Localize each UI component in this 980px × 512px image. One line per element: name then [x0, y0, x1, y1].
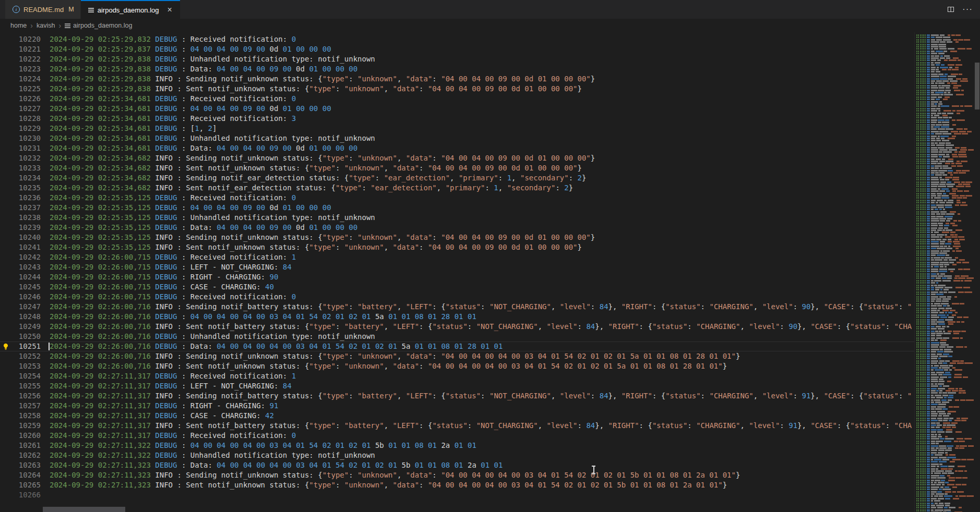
log-line[interactable]: 102452024-09-29 02:26:00,715 DEBUG : CAS… — [0, 282, 914, 292]
line-number[interactable]: 10229 — [0, 124, 41, 133]
breadcrumb-home[interactable]: home — [10, 22, 27, 29]
horizontal-scrollbar-thumb[interactable] — [43, 507, 125, 512]
log-line-text[interactable]: 2024-09-29 02:26:00,716 DEBUG : Unhandle… — [41, 332, 375, 342]
log-line-text[interactable]: 2024-09-29 02:27:11,322 DEBUG : Unhandle… — [41, 450, 375, 460]
line-number[interactable]: 10262 — [0, 450, 41, 460]
vertical-scrollbar[interactable] — [974, 32, 980, 512]
log-line-text[interactable]: 2024-09-29 02:27:11,322 DEBUG : 04 00 04… — [41, 441, 476, 450]
log-line[interactable]: 102572024-09-29 02:27:11,317 DEBUG : RIG… — [0, 401, 914, 411]
log-line[interactable]: 102252024-09-29 02:25:29,838 INFO : Sent… — [0, 84, 914, 94]
breadcrumb-kavish[interactable]: kavish — [37, 22, 55, 29]
line-number[interactable]: 10259 — [0, 421, 41, 431]
line-number[interactable]: 10246 — [0, 292, 41, 302]
line-number[interactable]: 10235 — [0, 183, 41, 193]
line-number[interactable]: 10233 — [0, 163, 41, 173]
log-line-text[interactable]: 2024-09-29 02:27:11,317 INFO : Sending n… — [41, 391, 912, 401]
log-line[interactable]: 102262024-09-29 02:25:34,681 DEBUG : Rec… — [0, 94, 914, 104]
log-line-text[interactable]: 2024-09-29 02:27:11,317 DEBUG : RIGHT - … — [41, 401, 278, 411]
log-line[interactable]: 102202024-09-29 02:25:29,832 DEBUG : Rec… — [0, 34, 914, 44]
line-number[interactable]: 10257 — [0, 401, 41, 411]
log-line[interactable]: 102242024-09-29 02:25:29,838 INFO : Send… — [0, 74, 914, 84]
line-number[interactable]: 10222 — [0, 54, 41, 64]
log-line-text[interactable]: 2024-09-29 02:25:34,682 INFO : Sending n… — [41, 153, 595, 163]
log-line[interactable]: 102402024-09-29 02:25:35,125 INFO : Send… — [0, 233, 914, 242]
log-line-text[interactable]: 2024-09-29 02:25:35,125 DEBUG : Data: 04… — [41, 223, 357, 233]
log-line-text[interactable]: 2024-09-29 02:26:00,716 INFO : Sent noti… — [41, 322, 912, 332]
log-line[interactable]: 102472024-09-29 02:26:00,716 INFO : Send… — [0, 302, 914, 312]
line-number[interactable]: 10239 — [0, 223, 41, 233]
log-line[interactable]: 102332024-09-29 02:25:34,682 INFO : Sent… — [0, 163, 914, 173]
log-line-text[interactable]: 2024-09-29 02:25:29,832 DEBUG : Received… — [41, 34, 296, 44]
log-line[interactable]: 102352024-09-29 02:25:34,682 INFO : Sent… — [0, 183, 914, 193]
log-line-text[interactable]: 2024-09-29 02:25:35,125 DEBUG : 04 00 04… — [41, 203, 331, 213]
log-line-text[interactable]: 2024-09-29 02:25:34,682 INFO : Sent noti… — [41, 163, 582, 173]
line-number[interactable]: 10230 — [0, 133, 41, 143]
log-line-text[interactable]: 2024-09-29 02:25:29,837 DEBUG : 04 00 04… — [41, 44, 331, 54]
line-number[interactable]: 10251 — [0, 342, 41, 351]
log-line-text[interactable]: 2024-09-29 02:26:00,715 DEBUG : CASE - C… — [41, 282, 274, 292]
log-line[interactable]: 102512024-09-29 02:26:00,716 DEBUG : Dat… — [0, 342, 914, 351]
line-number[interactable]: 10221 — [0, 44, 41, 54]
line-number[interactable]: 10236 — [0, 193, 41, 203]
tab-readme[interactable]: i README.md M — [5, 0, 81, 19]
line-number[interactable]: 10260 — [0, 431, 41, 441]
log-line[interactable]: 102282024-09-29 02:25:34,681 DEBUG : Rec… — [0, 114, 914, 124]
log-line-text[interactable]: 2024-09-29 02:25:34,681 DEBUG : [1, 2] — [41, 124, 217, 133]
log-line[interactable]: 102272024-09-29 02:25:34,681 DEBUG : 04 … — [0, 104, 914, 114]
log-line-text[interactable]: 2024-09-29 02:27:11,323 INFO : Sent noti… — [41, 480, 727, 490]
log-line-text[interactable]: 2024-09-29 02:26:00,715 DEBUG : LEFT - N… — [41, 262, 292, 272]
vertical-scrollbar-thumb[interactable] — [975, 63, 979, 109]
log-line[interactable]: 102562024-09-29 02:27:11,317 INFO : Send… — [0, 391, 914, 401]
log-line-text[interactable]: 2024-09-29 02:26:00,715 DEBUG : Received… — [41, 252, 296, 262]
horizontal-scrollbar[interactable] — [0, 506, 914, 512]
line-number[interactable]: 10245 — [0, 282, 41, 292]
log-line-text[interactable]: 2024-09-29 02:25:34,682 INFO : Sent noti… — [41, 183, 573, 193]
log-line-text[interactable]: 2024-09-29 02:27:11,317 DEBUG : CASE - C… — [41, 411, 274, 421]
log-line[interactable]: 102552024-09-29 02:27:11,317 DEBUG : LEF… — [0, 381, 914, 391]
line-number[interactable]: 10250 — [0, 332, 41, 342]
line-number[interactable]: 10244 — [0, 272, 41, 282]
log-line[interactable]: 102462024-09-29 02:26:00,715 DEBUG : Rec… — [0, 292, 914, 302]
log-line[interactable]: 102492024-09-29 02:26:00,716 INFO : Sent… — [0, 322, 914, 332]
log-line-text[interactable]: 2024-09-29 02:25:34,681 DEBUG : Received… — [41, 94, 296, 104]
log-line-text[interactable]: 2024-09-29 02:27:11,317 DEBUG : Received… — [41, 371, 296, 381]
log-line-text[interactable]: 2024-09-29 02:26:00,715 DEBUG : Received… — [41, 292, 296, 302]
log-line[interactable]: 102322024-09-29 02:25:34,682 INFO : Send… — [0, 153, 914, 163]
line-number[interactable]: 10249 — [0, 322, 41, 332]
log-line[interactable]: 102212024-09-29 02:25:29,837 DEBUG : 04 … — [0, 44, 914, 54]
line-number[interactable]: 10240 — [0, 233, 41, 242]
log-line-text[interactable]: 2024-09-29 02:26:00,716 DEBUG : 04 00 04… — [41, 312, 476, 322]
line-number[interactable]: 10223 — [0, 64, 41, 74]
log-line-text[interactable]: 2024-09-29 02:25:34,682 INFO : Sending n… — [41, 173, 586, 183]
log-line-text[interactable]: 2024-09-29 02:25:34,681 DEBUG : 04 00 04… — [41, 104, 331, 114]
line-number[interactable]: 10231 — [0, 143, 41, 153]
log-line-text[interactable]: 2024-09-29 02:25:29,838 INFO : Sent noti… — [41, 84, 582, 94]
log-line-text[interactable]: 2024-09-29 02:25:34,681 DEBUG : Data: 04… — [41, 143, 357, 153]
log-line[interactable]: 102582024-09-29 02:27:11,317 DEBUG : CAS… — [0, 411, 914, 421]
log-line[interactable]: 102302024-09-29 02:25:34,681 DEBUG : Unh… — [0, 133, 914, 143]
log-line-text[interactable]: 2024-09-29 02:26:00,716 INFO : Sending n… — [41, 351, 740, 361]
more-actions-icon[interactable]: ··· — [962, 4, 973, 15]
log-line[interactable]: 102372024-09-29 02:25:35,125 DEBUG : 04 … — [0, 203, 914, 213]
log-line[interactable]: 102622024-09-29 02:27:11,322 DEBUG : Unh… — [0, 450, 914, 460]
line-number[interactable]: 10255 — [0, 381, 41, 391]
log-line-text[interactable]: 2024-09-29 02:25:35,125 INFO : Sent noti… — [41, 242, 582, 252]
log-line[interactable]: 102222024-09-29 02:25:29,838 DEBUG : Unh… — [0, 54, 914, 64]
line-number[interactable]: 10266 — [0, 490, 41, 500]
breadcrumb-file[interactable]: airpods_daemon.log — [65, 22, 132, 29]
log-line[interactable]: 102382024-09-29 02:25:35,125 DEBUG : Unh… — [0, 213, 914, 223]
log-line[interactable]: 102412024-09-29 02:25:35,125 INFO : Sent… — [0, 242, 914, 252]
lightbulb-icon[interactable] — [2, 343, 9, 350]
log-line[interactable]: 102632024-09-29 02:27:11,323 DEBUG : Dat… — [0, 460, 914, 470]
line-number[interactable]: 10224 — [0, 74, 41, 84]
line-number[interactable]: 10237 — [0, 203, 41, 213]
line-number[interactable]: 10220 — [0, 34, 41, 44]
line-number[interactable]: 10238 — [0, 213, 41, 223]
log-line[interactable]: 102642024-09-29 02:27:11,323 INFO : Send… — [0, 470, 914, 480]
line-number[interactable]: 10232 — [0, 153, 41, 163]
log-line[interactable]: 102482024-09-29 02:26:00,716 DEBUG : 04 … — [0, 312, 914, 322]
log-line[interactable]: 102232024-09-29 02:25:29,838 DEBUG : Dat… — [0, 64, 914, 74]
log-line[interactable]: 102342024-09-29 02:25:34,682 INFO : Send… — [0, 173, 914, 183]
log-line-text[interactable]: 2024-09-29 02:25:35,125 DEBUG : Unhandle… — [41, 213, 375, 223]
log-line[interactable]: 102292024-09-29 02:25:34,681 DEBUG : [1,… — [0, 124, 914, 133]
